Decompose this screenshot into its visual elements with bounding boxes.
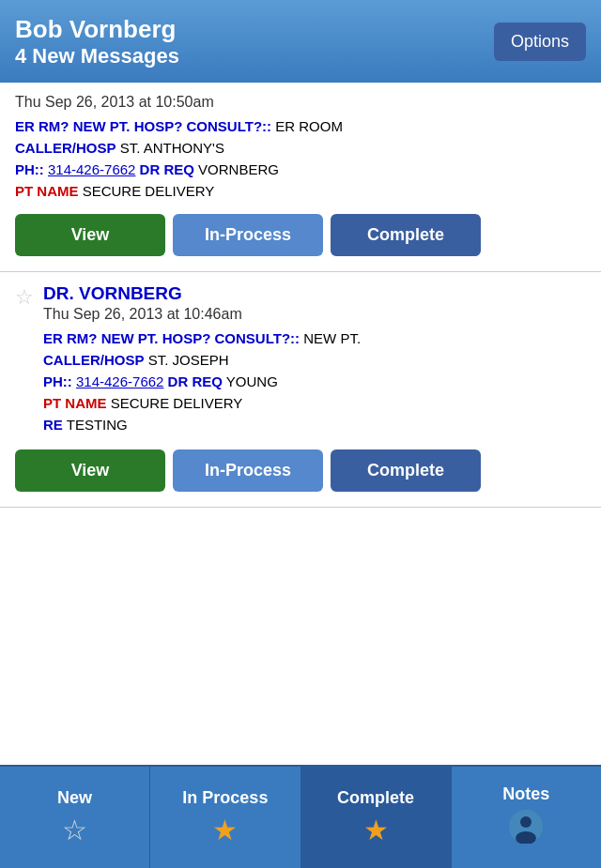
nav-item-inprocess[interactable]: In Process ★: [150, 767, 300, 868]
nav-label-inprocess: In Process: [182, 788, 268, 808]
view-button-2[interactable]: View: [15, 449, 165, 492]
phone-link-1[interactable]: 314-426-7662: [48, 161, 135, 177]
message-line-2-2: CALLER/HOSP ST. JOSEPH: [43, 350, 586, 370]
value-drreq-1: VORNBERG: [198, 161, 279, 177]
message-line-2-5: RE TESTING: [43, 415, 586, 434]
value-ptname-2: SECURE DELIVERY: [111, 395, 243, 411]
phone-link-2[interactable]: 314-426-7662: [76, 373, 163, 389]
value-er-rm-2: NEW PT.: [303, 330, 361, 346]
bottom-nav: New ☆ In Process ★ Complete ★ Notes: [0, 765, 601, 868]
label-ptname-2: PT NAME: [43, 395, 107, 411]
nav-icon-inprocess: ★: [212, 814, 238, 846]
message-star-row-2: ☆ DR. VORNBERG Thu Sep 26, 2013 at 10:46…: [15, 283, 586, 436]
nav-item-complete[interactable]: Complete ★: [301, 767, 452, 868]
inprocess-button-2[interactable]: In-Process: [173, 449, 323, 492]
message-date-2: Thu Sep 26, 2013 at 10:46am: [43, 306, 586, 323]
label-drreq-1: DR REQ: [140, 161, 194, 177]
message-date-1: Thu Sep 26, 2013 at 10:50am: [15, 94, 586, 111]
label-caller-1: CALLER/HOSP: [15, 140, 116, 156]
message-line-1-2: CALLER/HOSP ST. ANTHONY'S: [15, 138, 586, 158]
message-card-1: Thu Sep 26, 2013 at 10:50am ER RM? NEW P…: [0, 83, 601, 272]
value-caller-2: ST. JOSEPH: [148, 352, 229, 368]
complete-button-2[interactable]: Complete: [331, 449, 481, 492]
message-line-2-1: ER RM? NEW PT. HOSP? CONSULT?:: NEW PT.: [43, 328, 586, 348]
message-line-2-4: PT NAME SECURE DELIVERY: [43, 393, 586, 413]
label-ph-1: PH::: [15, 161, 44, 177]
label-ph-2: PH::: [43, 373, 72, 389]
nav-item-new[interactable]: New ☆: [0, 767, 150, 868]
header-title-group: Bob Vornberg 4 New Messages: [15, 15, 179, 69]
message-line-1-1: ER RM? NEW PT. HOSP? CONSULT?:: ER ROOM: [15, 116, 586, 136]
nav-icon-new: ☆: [62, 814, 87, 846]
header: Bob Vornberg 4 New Messages Options: [0, 0, 601, 83]
header-subtitle: 4 New Messages: [15, 44, 179, 69]
label-ptname-1: PT NAME: [15, 183, 79, 199]
action-buttons-1: View In-Process Complete: [15, 214, 586, 256]
value-er-rm-1: ER ROOM: [275, 118, 343, 134]
value-caller-1: ST. ANTHONY'S: [120, 140, 224, 156]
message-line-1-4: PT NAME SECURE DELIVERY: [15, 181, 586, 201]
nav-label-complete: Complete: [337, 788, 414, 808]
options-button[interactable]: Options: [494, 23, 586, 61]
nav-item-notes[interactable]: Notes: [452, 767, 601, 868]
value-ptname-1: SECURE DELIVERY: [83, 183, 215, 199]
inprocess-button-1[interactable]: In-Process: [173, 214, 323, 256]
messages-container: Thu Sep 26, 2013 at 10:50am ER RM? NEW P…: [0, 83, 601, 768]
complete-button-1[interactable]: Complete: [331, 214, 481, 256]
star-icon-2[interactable]: ☆: [15, 285, 34, 310]
message-line-2-3: PH:: 314-426-7662 DR REQ YOUNG: [43, 372, 586, 391]
label-drreq-2: DR REQ: [168, 373, 223, 389]
message-card-2: ☆ DR. VORNBERG Thu Sep 26, 2013 at 10:46…: [0, 272, 601, 508]
message-body-2: DR. VORNBERG Thu Sep 26, 2013 at 10:46am…: [43, 283, 586, 436]
view-button-1[interactable]: View: [15, 214, 165, 256]
value-drreq-2: YOUNG: [226, 373, 278, 389]
nav-label-notes: Notes: [502, 784, 549, 804]
value-re-2: TESTING: [67, 417, 128, 433]
message-sender-2: DR. VORNBERG: [43, 283, 586, 304]
nav-icon-notes: [509, 810, 543, 850]
action-buttons-2: View In-Process Complete: [15, 449, 586, 492]
label-caller-2: CALLER/HOSP: [43, 352, 145, 368]
label-er-rm-2: ER RM? NEW PT. HOSP? CONSULT?::: [43, 330, 300, 346]
nav-icon-complete: ★: [363, 814, 389, 846]
label-er-rm-1: ER RM? NEW PT. HOSP? CONSULT?::: [15, 118, 271, 134]
nav-label-new: New: [57, 788, 92, 808]
message-line-1-3: PH:: 314-426-7662 DR REQ VORNBERG: [15, 160, 586, 179]
svg-point-1: [520, 816, 532, 828]
header-name: Bob Vornberg: [15, 15, 179, 44]
label-re-2: RE: [43, 417, 63, 433]
